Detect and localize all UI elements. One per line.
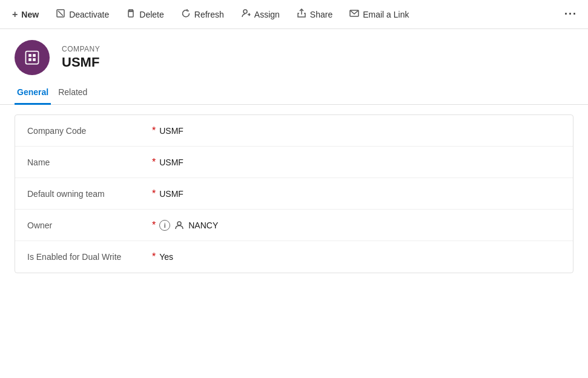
email-button[interactable]: Email a Link	[342, 5, 416, 24]
deactivate-icon	[56, 8, 65, 21]
share-label: Share	[310, 10, 332, 19]
table-row: Name * USMF	[15, 147, 573, 178]
tab-related-label: Related	[58, 87, 87, 97]
owner-value: i NANCY	[159, 220, 218, 231]
refresh-button[interactable]: Refresh	[174, 5, 231, 24]
svg-rect-11	[33, 54, 36, 57]
required-star-0: *	[152, 125, 156, 136]
assign-button[interactable]: Assign	[234, 5, 287, 24]
table-row: Owner * i NANCY	[15, 210, 573, 241]
company-avatar-icon	[24, 49, 41, 66]
new-icon: +	[12, 9, 18, 20]
table-row: Is Enabled for Dual Write * Yes	[15, 241, 573, 273]
form-card: Company Code * USMF Name * USMF Default …	[15, 114, 573, 273]
owner-name: NANCY	[188, 220, 218, 230]
company-info: COMPANY USMF	[62, 45, 100, 70]
delete-label: Delete	[139, 10, 164, 19]
assign-label: Assign	[254, 10, 280, 19]
name-value: USMF	[159, 158, 183, 167]
required-star-2: *	[152, 188, 156, 199]
delete-button[interactable]: Delete	[119, 5, 171, 24]
svg-rect-12	[28, 58, 31, 61]
company-avatar	[15, 40, 50, 75]
person-icon	[174, 220, 185, 231]
dual-write-value: Yes	[159, 252, 173, 262]
company-code-label: Company Code	[27, 126, 148, 136]
page-header: COMPANY USMF	[0, 29, 588, 82]
tabs: General Related	[0, 82, 588, 105]
svg-line-1	[58, 11, 63, 16]
email-label: Email a Link	[363, 10, 409, 19]
share-icon	[297, 8, 306, 21]
table-row: Company Code * USMF	[15, 115, 573, 147]
info-icon: i	[159, 220, 170, 231]
required-star-4: *	[152, 251, 156, 262]
dual-write-label: Is Enabled for Dual Write	[27, 252, 148, 262]
new-button[interactable]: + New	[5, 5, 46, 24]
share-button[interactable]: Share	[289, 5, 340, 24]
required-star-3: *	[152, 220, 156, 231]
company-name: USMF	[62, 55, 100, 70]
new-label: New	[21, 10, 39, 19]
refresh-icon	[181, 8, 191, 21]
company-label: COMPANY	[62, 45, 100, 53]
assign-icon	[241, 8, 251, 21]
toolbar: + New Deactivate Delete Refr	[0, 0, 588, 29]
svg-point-3	[243, 10, 247, 13]
svg-point-14	[177, 222, 181, 225]
refresh-label: Refresh	[194, 10, 224, 19]
deactivate-label: Deactivate	[69, 10, 109, 19]
delete-icon	[126, 8, 136, 21]
svg-rect-10	[28, 54, 31, 57]
name-label: Name	[27, 158, 148, 167]
owning-team-label: Default owning team	[27, 189, 148, 199]
tab-general-label: General	[17, 87, 48, 97]
company-code-value: USMF	[159, 126, 183, 136]
tab-related[interactable]: Related	[56, 82, 90, 105]
more-button[interactable]: ···	[558, 5, 583, 23]
more-label: ···	[564, 8, 577, 21]
svg-rect-13	[33, 58, 36, 61]
tab-general[interactable]: General	[15, 82, 51, 105]
deactivate-button[interactable]: Deactivate	[48, 5, 116, 24]
table-row: Default owning team * USMF	[15, 178, 573, 210]
email-icon	[349, 8, 359, 21]
svg-rect-9	[26, 51, 39, 64]
owning-team-value: USMF	[159, 189, 183, 199]
svg-rect-2	[128, 12, 133, 17]
owner-label: Owner	[27, 220, 148, 230]
required-star-1: *	[152, 157, 156, 168]
